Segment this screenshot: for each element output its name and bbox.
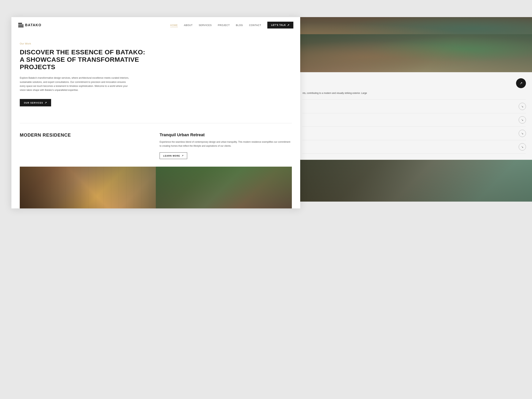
retreat-col: Tranquil Urban Retreat Experience the se… [160,133,292,159]
nav-link-blog[interactable]: BLOG [236,24,243,27]
nav-item-home[interactable]: HOME [170,23,178,27]
residence-section: MODERN RESIDENCE Tranquil Urban Retreat … [11,133,300,167]
brand-name: BATAKO [25,23,41,27]
image-gallery [20,167,292,209]
learn-more-label: LEARN MORE [163,155,180,157]
list-item: ↘ [303,113,526,127]
list-item: ↘ [303,127,526,140]
retreat-title: Tranquil Urban Retreat [160,133,292,137]
main-heading: DISCOVER THE ESSENCE OF BATAKO: A SHOWCA… [20,48,292,71]
project-item-arrow-button-4[interactable]: ↘ [519,143,526,151]
project-item-arrow-button-1[interactable]: ↘ [519,103,526,110]
main-content: Our Work DISCOVER THE ESSENCE OF BATAKO:… [11,33,300,114]
right-panel-content: ↗ nts, contributing to a modern and visu… [296,72,532,160]
right-panel-top-image [296,34,532,72]
panel-circle-arrow-button[interactable]: ↗ [516,78,526,88]
list-item: ↘ [303,100,526,113]
nav-item-services[interactable]: SERVICES [199,23,212,27]
section-divider [20,123,292,123]
nav-link-about[interactable]: ABOUT [184,24,193,27]
nav-links: HOME ABOUT SERVICES PROJECT BLOG CONTACT [170,23,261,27]
lets-talk-arrow-icon: ↗ [287,24,290,27]
learn-more-button[interactable]: LEARN MORE ↗ [160,152,187,159]
logo-bar-1 [18,23,22,24]
project-item-arrow-button-2[interactable]: ↘ [519,116,526,124]
heading-line-2: A SHOWCASE OF TRANSFORMATIVE [20,56,139,63]
heading-line-3: PROJECTS [20,63,55,70]
logo-icon [18,23,24,27]
lets-talk-label: LET'S TALK [271,24,286,26]
list-item: ↘ [303,140,526,154]
nav-link-services[interactable]: SERVICES [199,24,212,27]
lets-talk-button[interactable]: LET'S TALK ↗ [267,22,293,28]
nav-link-project[interactable]: PROJECT [218,24,230,27]
nav-item-about[interactable]: ABOUT [184,23,193,27]
eyebrow-label: Our Work [20,42,292,45]
nav-item-blog[interactable]: BLOG [236,23,243,27]
residence-title: MODERN RESIDENCE [20,133,152,138]
right-panel-bottom-image [296,160,532,202]
our-services-label: OUR SERVICES [24,102,43,104]
nav-link-home[interactable]: HOME [170,24,178,27]
main-card: BATAKO HOME ABOUT SERVICES PROJECT BLOG [11,17,300,209]
hero-description: Explore Batako's transformative design s… [20,76,130,92]
nav-item-project[interactable]: PROJECT [218,23,230,27]
navbar: BATAKO HOME ABOUT SERVICES PROJECT BLOG [11,17,300,33]
retreat-description: Experience the seamless blend of contemp… [160,140,292,148]
gallery-exterior-image [156,167,292,209]
right-panel: ↗ nts, contributing to a modern and visu… [296,34,532,202]
nav-item-contact[interactable]: CONTACT [249,23,261,27]
residence-title-col: MODERN RESIDENCE [20,133,152,138]
logo-bar-2 [18,25,24,26]
learn-more-arrow-icon: ↗ [182,154,184,157]
gallery-interior-image [20,167,156,209]
logo: BATAKO [18,23,41,27]
our-services-arrow-icon: ↗ [45,101,47,104]
heading-line-1: DISCOVER THE ESSENCE OF BATAKO: [20,48,145,56]
project-list: ↘ ↘ ↘ ↘ [303,100,526,154]
right-description: nts, contributing to a modern and visual… [303,91,526,95]
logo-bar-3 [18,26,24,27]
nav-link-contact[interactable]: CONTACT [249,24,261,27]
project-item-arrow-button-3[interactable]: ↘ [519,130,526,137]
our-services-button[interactable]: OUR SERVICES ↗ [20,99,51,106]
